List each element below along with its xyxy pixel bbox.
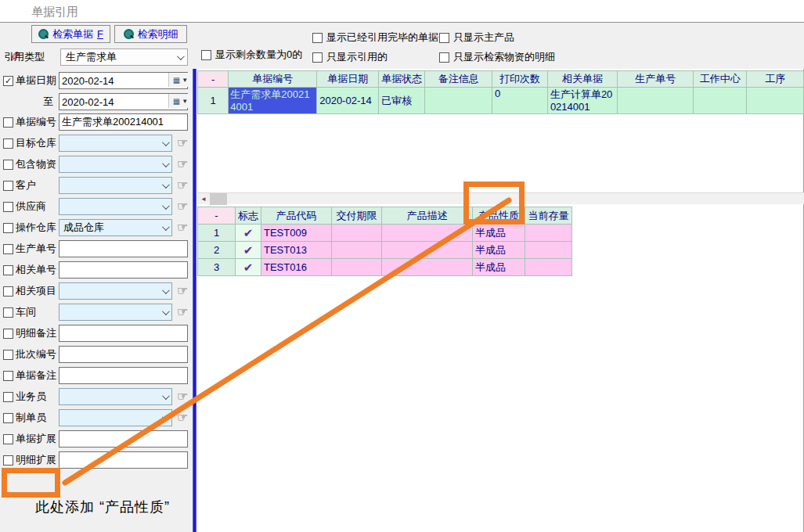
doc-note-input[interactable]: [59, 367, 188, 384]
scrollbar-left-arrow[interactable]: ◄: [197, 193, 210, 205]
product-code-cell[interactable]: TEST013: [261, 242, 332, 259]
filter-customer: 客户 ☞: [0, 177, 193, 194]
doc-date-checkbox[interactable]: ✓: [3, 76, 13, 86]
product-code-cell[interactable]: TEST016: [261, 259, 332, 276]
product-code-cell[interactable]: TEST009: [261, 225, 332, 242]
checkbox-show-fully-referenced[interactable]: 显示已经引用完毕的单据: [312, 31, 438, 44]
checkbox-box[interactable]: [201, 50, 211, 60]
detail-ext-checkbox[interactable]: [3, 455, 13, 466]
prod-no-checkbox[interactable]: [3, 244, 13, 254]
due-date-cell[interactable]: [332, 225, 382, 242]
doc-no-checkbox[interactable]: [3, 117, 13, 128]
batch-no-input[interactable]: [59, 346, 188, 363]
customer-combo[interactable]: [59, 177, 172, 194]
flag-cell[interactable]: ✔: [236, 259, 261, 276]
include-material-combo[interactable]: [59, 156, 172, 173]
related-project-checkbox[interactable]: [3, 286, 13, 297]
checkbox-searched-material-detail-only[interactable]: 只显示检索物资的明细: [439, 51, 555, 63]
flag-cell[interactable]: ✔: [236, 225, 261, 242]
doc-maker-combo[interactable]: [59, 409, 172, 426]
doc-status-cell[interactable]: 已审核: [379, 88, 425, 114]
op-warehouse-checkbox[interactable]: [3, 223, 13, 233]
detail-row[interactable]: 2 ✔ TEST013 半成品: [198, 242, 572, 259]
product-desc-cell[interactable]: [382, 225, 473, 242]
current-stock-cell[interactable]: [525, 259, 572, 276]
detail-row[interactable]: 3 ✔ TEST016 半成品: [198, 259, 572, 276]
related-doc-cell[interactable]: 生产计算单200214001: [547, 88, 617, 114]
prod-no-input[interactable]: [59, 240, 188, 257]
doc-no-cell[interactable]: 生产需求单200214001: [229, 88, 317, 114]
row-number-cell[interactable]: 1: [198, 88, 229, 114]
batch-no-checkbox[interactable]: [3, 350, 13, 360]
product-nature-cell[interactable]: 半成品: [473, 259, 525, 276]
supplier-combo[interactable]: [59, 198, 172, 215]
doc-no-input[interactable]: [59, 113, 188, 131]
detail-row[interactable]: 1 ✔ TEST009 半成品: [198, 225, 572, 242]
flag-cell[interactable]: ✔: [236, 242, 261, 259]
due-date-cell[interactable]: [332, 259, 382, 276]
row-number-cell[interactable]: 3: [198, 259, 236, 276]
search-detail-button[interactable]: 检索明细: [114, 25, 187, 43]
current-stock-cell[interactable]: [525, 225, 572, 242]
doc-date-cell[interactable]: 2020-02-14: [317, 88, 379, 114]
detail-ext-input[interactable]: [59, 451, 188, 469]
lookup-hand-icon[interactable]: ☞: [177, 283, 188, 298]
work-center-cell[interactable]: [694, 88, 747, 114]
current-stock-cell[interactable]: [525, 242, 572, 259]
scrollbar-thumb[interactable]: [210, 193, 227, 205]
lookup-hand-icon[interactable]: ☞: [177, 135, 188, 150]
checkbox-box[interactable]: [439, 33, 449, 43]
checkbox-box[interactable]: [312, 33, 323, 43]
checkbox-remaining-zero[interactable]: 显示剩余数量为0的: [201, 49, 302, 61]
filter-label: 明细备注: [16, 326, 56, 340]
date-picker-button[interactable]: ▦▼: [168, 94, 192, 108]
search-docs-button[interactable]: 检索单据 F: [31, 25, 110, 43]
filter-label: 车间: [16, 305, 36, 319]
product-desc-cell[interactable]: [382, 259, 473, 276]
lookup-hand-icon[interactable]: ☞: [177, 178, 188, 192]
chevron-down-icon: [162, 223, 170, 231]
target-warehouse-combo[interactable]: [59, 135, 172, 152]
note-cell[interactable]: [425, 88, 492, 114]
checkbox-show-referenced-only[interactable]: 只显示引用的: [312, 51, 388, 63]
process-cell[interactable]: [747, 88, 804, 114]
lookup-hand-icon[interactable]: ☞: [177, 220, 188, 235]
doc-note-checkbox[interactable]: [3, 371, 13, 381]
row-number-cell[interactable]: 1: [198, 225, 236, 242]
row-number-cell[interactable]: 2: [198, 242, 236, 259]
workshop-checkbox[interactable]: [3, 307, 13, 318]
op-warehouse-combo[interactable]: 成品仓库: [59, 219, 172, 236]
lookup-hand-icon[interactable]: ☞: [177, 389, 188, 404]
workshop-combo[interactable]: [59, 304, 172, 321]
lookup-hand-icon[interactable]: ☞: [177, 156, 188, 171]
detail-note-input[interactable]: [59, 325, 188, 342]
related-project-combo[interactable]: [59, 282, 172, 300]
date-picker-button[interactable]: ▦▼: [168, 73, 192, 87]
product-nature-cell[interactable]: 半成品: [473, 225, 525, 242]
doc-maker-checkbox[interactable]: [3, 413, 13, 423]
doc-ext-input[interactable]: [59, 430, 188, 448]
product-desc-cell[interactable]: [382, 242, 473, 259]
include-material-checkbox[interactable]: [3, 160, 13, 170]
document-row[interactable]: 1 生产需求单200214001 2020-02-14 已审核 0 生产计算单2…: [198, 88, 804, 114]
checkbox-box[interactable]: [439, 52, 449, 63]
salesman-checkbox[interactable]: [3, 392, 13, 402]
lookup-hand-icon[interactable]: ☞: [177, 410, 188, 425]
customer-checkbox[interactable]: [3, 181, 13, 191]
salesman-combo[interactable]: [59, 388, 172, 405]
related-no-input[interactable]: [59, 261, 188, 279]
product-nature-cell[interactable]: 半成品: [473, 242, 525, 259]
prod-no-cell[interactable]: [618, 88, 694, 114]
due-date-cell[interactable]: [332, 242, 382, 259]
checkbox-box[interactable]: [312, 52, 323, 63]
print-count-cell[interactable]: 0: [492, 88, 548, 114]
ref-type-combo[interactable]: 生产需求单: [60, 49, 188, 66]
lookup-hand-icon[interactable]: ☞: [177, 304, 188, 319]
checkbox-main-product-only[interactable]: 只显示主产品: [439, 31, 514, 44]
target-warehouse-checkbox[interactable]: [3, 138, 13, 149]
detail-note-checkbox[interactable]: [3, 329, 13, 339]
doc-ext-checkbox[interactable]: [3, 434, 13, 444]
lookup-hand-icon[interactable]: ☞: [177, 199, 188, 214]
related-no-checkbox[interactable]: [3, 265, 13, 275]
supplier-checkbox[interactable]: [3, 202, 13, 212]
